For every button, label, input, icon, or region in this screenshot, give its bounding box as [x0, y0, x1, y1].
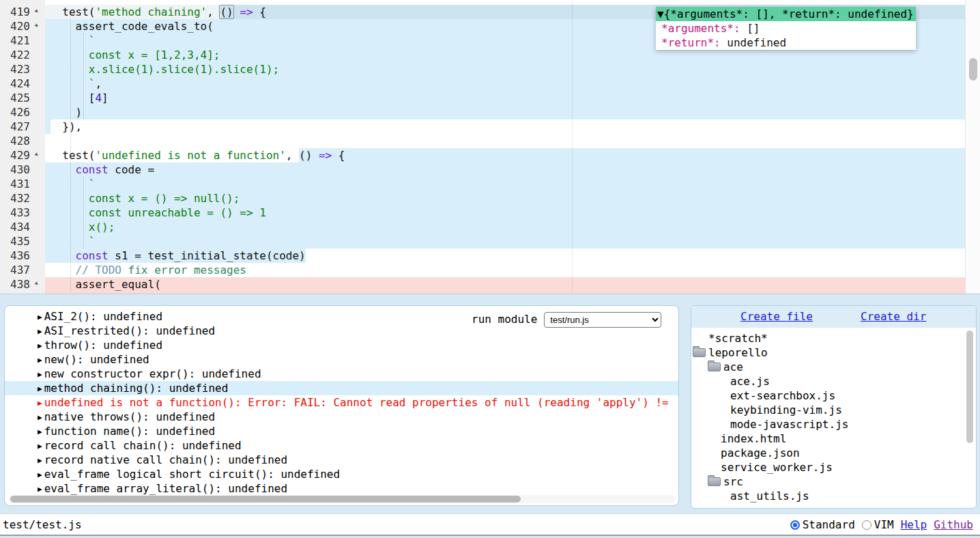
gutter-line-430: 430 [0, 162, 45, 177]
status-bar: test/test.js Standard VIM Help Github [0, 513, 980, 536]
code-line-429[interactable]: test('undefined is not a function', () =… [45, 148, 965, 162]
test-result-item[interactable]: ▶eval_frame logical short circuit(): und… [5, 467, 679, 481]
results-scrollbar-thumb[interactable] [10, 496, 521, 502]
code-line-427[interactable]: }), [45, 119, 965, 134]
expand-triangle-icon[interactable]: ▶ [38, 341, 42, 350]
results-horizontal-scrollbar[interactable] [9, 495, 676, 503]
gutter-line-424: 424 [0, 76, 45, 91]
file-tree-panel: Create file Create dir *scratch*leporell… [691, 305, 977, 509]
code-line-430[interactable]: const code = [45, 162, 965, 177]
test-result-item[interactable]: ▶undefined is not a function(): Error: F… [5, 395, 679, 410]
expand-triangle-icon[interactable]: ▶ [38, 399, 42, 408]
test-result-label: method chaining(): undefined [44, 382, 229, 395]
code-line-433[interactable]: const unreachable = () => 1 [45, 206, 965, 220]
code-line-437[interactable]: // TODO fix error messages [45, 263, 965, 277]
run-module-select[interactable]: test/run.js [544, 312, 661, 328]
help-link[interactable]: Help [901, 518, 927, 531]
test-result-item[interactable]: ▶method chaining(): undefined [5, 381, 679, 395]
file-tree-scrollbar[interactable] [966, 330, 974, 505]
tree-item-*scratch*[interactable]: *scratch* [691, 331, 976, 345]
test-result-item[interactable]: ▶new(): undefined [5, 352, 679, 367]
gutter-line-429: 429▾ [0, 148, 45, 162]
tree-item-service_worker.js[interactable]: service_worker.js [691, 460, 976, 475]
create-dir-link[interactable]: Create dir [861, 310, 926, 323]
test-result-item[interactable]: ▶native throws(): undefined [5, 410, 679, 424]
code-line-435[interactable]: ` [45, 234, 965, 249]
value-popup-row[interactable]: *return*: undefined [656, 36, 916, 50]
keybinding-standard-label[interactable]: Standard [803, 518, 855, 531]
test-results-list[interactable]: ▶ASI_1(): undefined▶ASI_2(): undefined▶A… [5, 306, 679, 496]
code-line-424[interactable]: `, [45, 76, 965, 91]
expand-triangle-icon[interactable]: ▶ [38, 427, 42, 436]
radio-standard-icon[interactable] [790, 520, 800, 530]
tree-item-label: ast_utils.js [730, 490, 809, 502]
fold-arrow-icon[interactable]: ▾ [30, 277, 44, 291]
create-file-link[interactable]: Create file [740, 310, 813, 323]
keybinding-standard-option[interactable]: Standard [790, 518, 855, 531]
code-line-438[interactable]: assert_equal( [45, 277, 965, 292]
code-line-423[interactable]: x.slice(1).slice(1).slice(1); [45, 62, 965, 76]
line-number: 428 [0, 134, 30, 148]
tree-item-index.html[interactable]: index.html [691, 431, 976, 446]
tree-folder-src[interactable]: src [691, 475, 976, 489]
code-line-426[interactable]: ) [45, 105, 965, 119]
indent-guide [83, 33, 84, 119]
current-file-path: test/test.js [3, 518, 82, 531]
code-line-431[interactable]: ` [45, 177, 965, 191]
code-line-434[interactable]: x(); [45, 220, 965, 234]
editor-scrollbar-thumb[interactable] [969, 58, 977, 81]
gutter-line-437: 437 [0, 263, 45, 277]
file-tree-scrollbar-thumb[interactable] [966, 330, 973, 443]
expand-triangle-icon[interactable]: ▶ [38, 327, 42, 336]
code-line-428[interactable] [45, 134, 965, 148]
github-link[interactable]: Github [934, 518, 973, 531]
gutter-line-421: 421 [0, 33, 45, 48]
keybinding-vim-label[interactable]: VIM [874, 518, 894, 531]
expand-triangle-icon[interactable]: ▶ [38, 470, 42, 479]
expand-triangle-icon[interactable]: ▶ [38, 356, 42, 365]
code-editor[interactable]: test('method chaining', () => { assert_c… [0, 0, 980, 294]
expand-triangle-icon[interactable]: ▶ [38, 370, 42, 379]
expand-triangle-icon[interactable]: ▶ [38, 313, 42, 322]
radio-vim-icon[interactable] [862, 520, 871, 530]
value-inspector-popup[interactable]: ▼{*arguments*: [], *return*: undefined} … [656, 7, 916, 50]
value-popup-header[interactable]: ▼{*arguments*: [], *return*: undefined} [656, 7, 916, 21]
test-result-item[interactable]: ▶function name(): undefined [5, 424, 679, 438]
test-result-item[interactable]: ▶throw(): undefined [5, 338, 679, 352]
tree-folder-leporello[interactable]: leporello [691, 345, 976, 360]
expand-triangle-icon[interactable]: ▶ [38, 413, 42, 422]
tree-item-ext-searchbox.js[interactable]: ext-searchbox.js [691, 388, 976, 403]
tree-item-package.json[interactable]: package.json [691, 446, 976, 460]
keybinding-vim-option[interactable]: VIM [862, 518, 894, 531]
tree-item-mode-javascript.js[interactable]: mode-javascript.js [691, 417, 976, 431]
code-line-439[interactable]: root_calltree_node(s1).children[0] [45, 292, 965, 294]
expand-triangle-icon[interactable]: ▶ [38, 442, 42, 451]
test-result-item[interactable]: ▶new constructor expr(): undefined [5, 367, 679, 381]
test-result-item[interactable]: ▶record native call chain(): undefined [5, 453, 679, 467]
file-tree-list[interactable]: *scratch*leporelloaceace.jsext-searchbox… [691, 328, 976, 503]
code-text: // TODO fix error messages [49, 263, 246, 277]
tree-item-keybinding-vim.js[interactable]: keybinding-vim.js [691, 403, 976, 417]
test-result-label: ASI_restrited(): undefined [44, 324, 215, 337]
fold-arrow-icon[interactable]: ▾ [30, 19, 44, 33]
code-line-432[interactable]: const x = () => null(); [45, 191, 965, 206]
tree-item-ast_utils.js[interactable]: ast_utils.js [691, 489, 976, 503]
editor-vertical-scrollbar[interactable] [965, 0, 980, 294]
value-key: *arguments*: [661, 22, 740, 35]
value-popup-row[interactable]: *arguments*: [] [656, 21, 916, 36]
expand-triangle-icon[interactable]: ▶ [38, 384, 42, 393]
test-result-item[interactable]: ▶record call chain(): undefined [5, 438, 679, 453]
tree-item-ace.js[interactable]: ace.js [691, 374, 976, 388]
test-result-item[interactable]: ▶eval_frame array_literal(): undefined [5, 481, 679, 496]
gutter-line-426: 426 [0, 105, 45, 119]
code-line-422[interactable]: const x = [1,2,3,4]; [45, 48, 965, 62]
fold-arrow-icon[interactable]: ▾ [30, 5, 44, 18]
line-number: 439 [0, 292, 30, 294]
code-line-436[interactable]: const s1 = test_initial_state(code) [45, 249, 965, 263]
code-line-425[interactable]: [4] [45, 91, 965, 105]
fold-arrow-icon[interactable]: ▾ [30, 148, 44, 162]
code-text: const x = () => null(); [49, 191, 240, 206]
expand-triangle-icon[interactable]: ▶ [38, 485, 42, 494]
tree-folder-ace[interactable]: ace [691, 360, 976, 374]
expand-triangle-icon[interactable]: ▶ [38, 456, 42, 465]
